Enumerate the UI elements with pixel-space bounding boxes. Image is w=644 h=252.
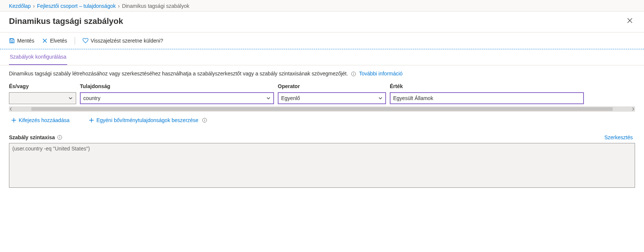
- chevron-down-icon: [378, 96, 383, 100]
- edit-syntax-button[interactable]: Szerkesztés: [600, 134, 635, 141]
- feedback-button[interactable]: Visszajelzést szeretne küldeni?: [83, 36, 163, 45]
- property-value: country: [83, 95, 100, 101]
- toolbar-separator: [75, 37, 75, 44]
- custom-extension-label: Egyéni bővítménytulajdonságok beszerzése: [96, 117, 198, 123]
- add-expression-label: Kifejezés hozzáadása: [19, 117, 69, 123]
- plus-icon: [11, 118, 16, 123]
- horizontal-scrollbar[interactable]: [9, 106, 635, 112]
- plus-icon: [89, 118, 94, 123]
- help-text: Dinamikus tagsági szabály létrehozásához…: [9, 71, 635, 77]
- info-icon[interactable]: [57, 135, 62, 140]
- svg-rect-2: [354, 74, 354, 75]
- breadcrumb-sep: ›: [118, 3, 120, 9]
- col-property: Tulajdonság: [80, 83, 274, 89]
- discard-button[interactable]: Elvetés: [42, 36, 67, 45]
- content: Dinamikus tagsági szabály létrehozásához…: [0, 65, 644, 193]
- page-title: Dinamikus tagsági szabályok: [9, 16, 123, 26]
- syntax-header: Szabály szintaxisa Szerkesztés: [9, 134, 635, 141]
- add-expression-button[interactable]: Kifejezés hozzáadása: [9, 117, 72, 124]
- info-icon[interactable]: [351, 71, 356, 77]
- close-button[interactable]: [625, 15, 635, 27]
- col-operator: Operator: [278, 83, 386, 89]
- help-text-body: Dinamikus tagsági szabály létrehozásához…: [9, 71, 348, 77]
- svg-rect-8: [59, 137, 60, 139]
- more-info-link[interactable]: További információ: [359, 71, 403, 77]
- svg-point-4: [205, 119, 205, 119]
- value-input[interactable]: Egyesült Államok: [390, 92, 584, 104]
- save-button[interactable]: Mentés: [9, 36, 34, 45]
- close-icon: [627, 18, 633, 24]
- svg-point-7: [59, 136, 60, 137]
- info-icon: [202, 118, 207, 123]
- link-row: Kifejezés hozzáadása Egyéni bővítménytul…: [9, 117, 635, 124]
- tab-configure-rules[interactable]: Szabályok konfigurálása: [9, 49, 67, 65]
- chevron-down-icon: [68, 96, 73, 100]
- scroll-right-icon: [631, 107, 635, 111]
- toolbar: Mentés Elvetés Visszajelzést szeretne kü…: [0, 32, 644, 49]
- syntax-label-text: Szabály szintaxisa: [9, 134, 55, 140]
- rule-row: country Egyenlő Egyesült Államok: [9, 92, 635, 104]
- feedback-label: Visszajelzést szeretne küldeni?: [91, 38, 163, 44]
- operator-dropdown[interactable]: Egyenlő: [278, 92, 386, 104]
- tabs: Szabályok konfigurálása: [0, 49, 644, 65]
- breadcrumb: Kezdőlap › Fejlesztői csoport – tulajdon…: [0, 0, 644, 12]
- col-andor: És/vagy: [9, 83, 76, 89]
- discard-label: Elvetés: [50, 38, 67, 44]
- rule-headers: És/vagy Tulajdonság Operator Érték: [9, 83, 635, 89]
- svg-rect-5: [205, 120, 205, 121]
- property-dropdown[interactable]: country: [80, 92, 274, 104]
- andor-dropdown[interactable]: [9, 92, 76, 104]
- syntax-label: Szabály szintaxisa: [9, 134, 62, 140]
- rule-grid: És/vagy Tulajdonság Operator Érték count…: [9, 83, 635, 112]
- breadcrumb-home[interactable]: Kezdőlap: [9, 3, 31, 9]
- edit-label: Szerkesztés: [604, 134, 633, 140]
- col-value: Érték: [390, 83, 584, 89]
- heart-icon: [83, 38, 88, 44]
- title-bar: Dinamikus tagsági szabályok: [0, 12, 644, 32]
- operator-value: Egyenlő: [281, 95, 300, 101]
- chevron-down-icon: [266, 96, 271, 100]
- save-label: Mentés: [17, 38, 34, 44]
- scroll-left-icon: [9, 107, 13, 111]
- breadcrumb-current: Dinamikus tagsági szabályok: [122, 3, 190, 9]
- value-text: Egyesült Államok: [393, 95, 433, 101]
- custom-extension-button[interactable]: Egyéni bővítménytulajdonságok beszerzése: [87, 117, 209, 124]
- svg-point-1: [353, 73, 354, 73]
- save-icon: [9, 38, 15, 44]
- discard-icon: [42, 38, 48, 44]
- syntax-textarea[interactable]: (user.country -eq "United States"): [9, 143, 635, 188]
- scrollbar-thumb[interactable]: [31, 107, 613, 111]
- breadcrumb-sep: ›: [33, 3, 35, 9]
- breadcrumb-group[interactable]: Fejlesztői csoport – tulajdonságok: [37, 3, 116, 9]
